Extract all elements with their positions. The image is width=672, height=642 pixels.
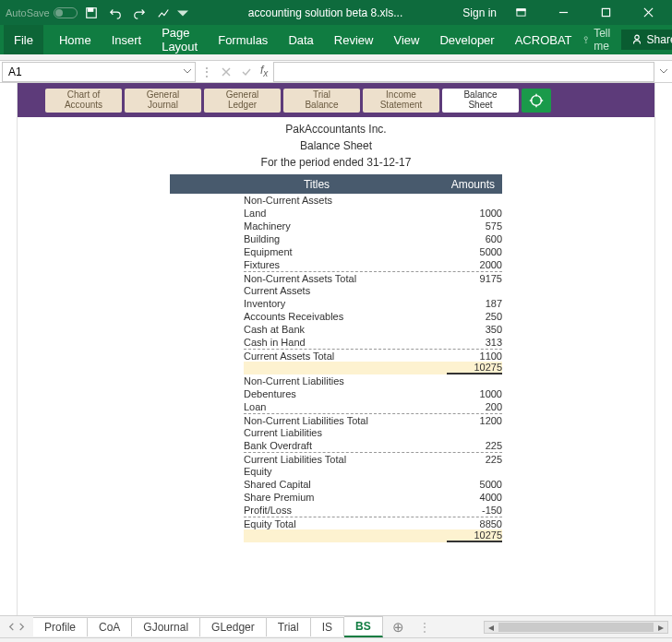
nav-general-journal[interactable]: GeneralJournal [125, 89, 201, 113]
qat-customize-button[interactable] [177, 3, 188, 23]
ribbon-tab-view[interactable]: View [383, 25, 429, 54]
row-title: Non-Current Assets Total [244, 273, 447, 284]
table-row[interactable]: 10275 [244, 362, 502, 374]
fx-icon[interactable]: fx [257, 64, 271, 78]
name-box[interactable]: A1 [2, 62, 196, 82]
row-amount: 2000 [447, 259, 502, 270]
nav-chart-of-accounts[interactable]: Chart ofAccounts [45, 89, 122, 113]
row-amount: 575 [447, 220, 502, 232]
add-sheet-button[interactable]: ⊕ [383, 619, 414, 636]
redo-button[interactable] [129, 3, 150, 23]
table-row[interactable]: Equity [244, 465, 502, 478]
table-row[interactable]: 10275 [244, 529, 502, 542]
sheet-tab-is[interactable]: IS [311, 617, 344, 636]
formula-input[interactable] [273, 62, 654, 82]
sheet-tab-bs[interactable]: BS [344, 616, 383, 637]
table-row[interactable]: Non-Current Liabilities [244, 374, 502, 387]
ribbon-collapsed-area [0, 54, 672, 61]
table-row[interactable]: Accounts Receivables250 [244, 310, 502, 323]
table-row[interactable]: Equity Total8850 [244, 517, 502, 529]
undo-button[interactable] [105, 3, 126, 23]
signin-link[interactable]: Sign in [462, 6, 497, 19]
sheet-tab-profile[interactable]: Profile [33, 617, 88, 636]
nav-balance-sheet[interactable]: BalanceSheet [442, 89, 519, 113]
settings-button[interactable] [522, 89, 551, 113]
svg-rect-5 [602, 8, 609, 16]
table-row[interactable]: Loan200 [244, 400, 502, 413]
nav-income-statement[interactable]: IncomeStatement [363, 89, 439, 113]
ribbon-tab-page-layout[interactable]: Page Layout [151, 25, 208, 54]
row-title: Equipment [244, 246, 447, 257]
nav-trial-balance[interactable]: TrialBalance [283, 89, 360, 113]
table-row[interactable]: Debentures1000 [244, 387, 502, 400]
minimize-button[interactable] [545, 0, 582, 25]
table-row[interactable]: Inventory187 [244, 297, 502, 310]
close-button[interactable] [630, 0, 666, 25]
row-title: Building [244, 233, 447, 244]
svg-point-8 [584, 37, 587, 40]
maximize-button[interactable] [587, 0, 624, 25]
row-amount: 8850 [447, 518, 502, 529]
table-row[interactable]: Profit/Loss-150 [244, 504, 502, 517]
table-row[interactable]: Current Assets [244, 284, 502, 297]
ribbon-tab-insert[interactable]: Insert [102, 25, 152, 54]
ribbon-tab-data[interactable]: Data [278, 25, 323, 54]
expand-formula-bar[interactable] [659, 65, 672, 78]
table-row[interactable]: Shared Capital5000 [244, 478, 502, 491]
scroll-thumb[interactable] [498, 623, 654, 632]
ribbon-tab-home[interactable]: Home [49, 25, 102, 54]
company-name: PakAccountants Inc. [18, 121, 654, 137]
row-amount: 225 [447, 454, 502, 465]
titlebar: AutoSave accounting solution beta 8.xls.… [0, 0, 672, 25]
horizontal-scrollbar[interactable]: ◂ ▸ [436, 621, 672, 634]
tab-scroll-next[interactable] [18, 623, 26, 631]
report-header: PakAccountants Inc. Balance Sheet For th… [18, 121, 654, 171]
ribbon-tab-developer[interactable]: Developer [429, 25, 504, 54]
svg-point-9 [634, 35, 638, 39]
scroll-left-button[interactable]: ◂ [485, 622, 498, 633]
sheet-tab-coa[interactable]: CoA [88, 617, 132, 636]
ribbon-tab-acrobat[interactable]: ACROBAT [505, 25, 582, 54]
ribbon-tab-file[interactable]: File [4, 25, 43, 54]
scroll-right-button[interactable]: ▸ [654, 622, 667, 633]
table-row[interactable]: Building600 [244, 232, 502, 245]
row-title: Current Assets [244, 285, 447, 296]
tell-me-search[interactable]: Tell me [582, 27, 616, 53]
row-title: Equity Total [244, 518, 447, 529]
enter-formula-button[interactable] [236, 62, 257, 82]
ribbon-tab-formulas[interactable]: Formulas [208, 25, 278, 54]
table-row[interactable]: Equipment5000 [244, 245, 502, 258]
chevron-down-icon[interactable] [183, 65, 192, 78]
table-row[interactable]: Land1000 [244, 207, 502, 220]
toggle-off-icon [54, 7, 78, 18]
table-row[interactable]: Non-Current Liabilities Total1200 [244, 413, 502, 426]
row-title: Shared Capital [244, 479, 447, 490]
qat-chart-button[interactable] [153, 3, 174, 23]
ribbon-display-button[interactable] [502, 0, 539, 25]
table-row[interactable]: Fixtures2000 [244, 258, 502, 271]
sheet-tab-trial[interactable]: Trial [267, 617, 311, 636]
table-row[interactable]: Machinery575 [244, 220, 502, 232]
sheet-tab-gledger[interactable]: GLedger [200, 617, 267, 636]
table-row[interactable]: Non-Current Assets [244, 194, 502, 207]
svg-point-12 [532, 95, 542, 105]
row-title: Equity [244, 466, 447, 477]
table-row[interactable]: Current Liabilities Total225 [244, 452, 502, 465]
sheet-tab-gjournal[interactable]: GJournal [132, 617, 200, 636]
cancel-formula-button[interactable] [216, 62, 236, 82]
tab-scroll-prev[interactable] [7, 623, 16, 631]
table-row[interactable]: Bank Overdraft225 [244, 439, 502, 452]
table-row[interactable]: Non-Current Assets Total9175 [244, 271, 502, 284]
window-title: accounting solution beta 8.xls... [188, 6, 463, 19]
table-row[interactable]: Current Assets Total1100 [244, 349, 502, 362]
ribbon-tab-review[interactable]: Review [324, 25, 384, 54]
nav-general-ledger[interactable]: GeneralLedger [204, 89, 281, 113]
share-button[interactable]: Share [621, 30, 672, 50]
table-row[interactable]: Current Liabilities [244, 426, 502, 439]
save-button[interactable] [81, 3, 102, 23]
table-row[interactable]: Share Premium4000 [244, 491, 502, 504]
table-row[interactable]: Cash in Hand313 [244, 336, 502, 349]
autosave-toggle[interactable]: AutoSave [6, 7, 78, 18]
row-amount: 5000 [447, 479, 502, 490]
table-row[interactable]: Cash at Bank350 [244, 323, 502, 336]
